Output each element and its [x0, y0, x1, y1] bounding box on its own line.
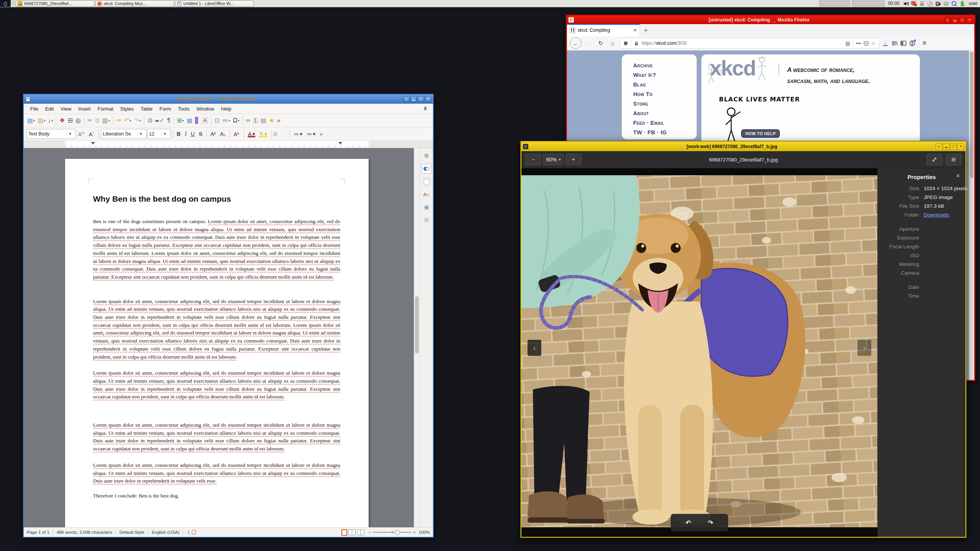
- page-actions-icon[interactable]: •••: [856, 41, 861, 46]
- clock[interactable]: 00:00: [888, 1, 900, 6]
- zoom-level-dropdown[interactable]: 90%▾: [543, 154, 564, 165]
- usb-device-icon[interactable]: [935, 0, 941, 7]
- menu-insert[interactable]: Insert: [75, 105, 94, 113]
- reader-mode-icon[interactable]: ▤: [845, 41, 850, 46]
- xkcd-nav-blag[interactable]: Blag: [633, 80, 697, 90]
- insert-field-button[interactable]: ≔▾: [221, 117, 231, 124]
- xkcd-nav-tw-fb-ig[interactable]: TW · FB · IG: [633, 128, 697, 137]
- paragraph-style-select[interactable]: Text Body▼: [26, 129, 76, 139]
- menu-format[interactable]: Format: [94, 105, 117, 113]
- volume-icon[interactable]: [903, 0, 909, 7]
- xkcd-nav-archive[interactable]: Archive: [633, 61, 697, 70]
- url-text[interactable]: https://xkcd.com/303/: [642, 41, 843, 46]
- selection-mode-icon[interactable]: Iˎ: [188, 530, 191, 535]
- xkcd-nav-store[interactable]: Store: [633, 99, 697, 109]
- zoom-out-button[interactable]: −: [525, 154, 541, 165]
- xkcd-nav-what-if?[interactable]: What If?: [633, 70, 697, 80]
- horizontal-ruler[interactable]: [24, 141, 433, 148]
- word-count[interactable]: 486 words, 3,098 characters: [57, 530, 112, 535]
- find-replace-button[interactable]: ⊙: [146, 117, 154, 124]
- bookmark-star-icon[interactable]: ☆: [871, 41, 876, 46]
- firefox-window-icon[interactable]: [568, 17, 574, 23]
- zoom-level[interactable]: 100%: [419, 530, 430, 535]
- sidebar-button[interactable]: [900, 40, 906, 46]
- right-indent-marker[interactable]: [338, 142, 342, 145]
- close-document-button[interactable]: X: [421, 106, 430, 111]
- menu-styles[interactable]: Styles: [117, 105, 137, 113]
- minimize-button[interactable]: ▂: [410, 96, 417, 103]
- qubes-app-menu-button[interactable]: Q: [0, 0, 11, 7]
- align-right-button[interactable]: [281, 132, 284, 135]
- spelling-button[interactable]: ab✓: [154, 117, 166, 124]
- highlight-color-button[interactable]: ✎▾: [257, 130, 269, 137]
- battery-icon[interactable]: [959, 0, 965, 7]
- forward-button[interactable]: →: [584, 40, 593, 47]
- unsaved-changes-icon[interactable]: ↓: [192, 530, 196, 535]
- dog-photo[interactable]: [521, 175, 877, 527]
- shade-button[interactable]: ▴: [944, 17, 951, 23]
- font-size-select[interactable]: 12▼: [147, 129, 171, 139]
- text-language[interactable]: English (USA): [152, 530, 179, 535]
- tab-xkcd[interactable]: xkcd: Compiling ✕: [567, 24, 640, 36]
- redo-button[interactable]: ↷▾: [133, 117, 142, 124]
- shade-button[interactable]: ▴: [403, 96, 410, 103]
- xkcd-logo[interactable]: xkcd: [710, 57, 756, 79]
- shade-button[interactable]: ▴: [936, 143, 942, 150]
- menu-file[interactable]: File: [27, 105, 42, 113]
- maximize-button[interactable]: ▢: [959, 17, 965, 23]
- cut-button[interactable]: ✂: [86, 117, 93, 124]
- previous-image-button[interactable]: ‹: [528, 340, 541, 356]
- left-indent-marker[interactable]: [91, 142, 95, 145]
- minimize-button[interactable]: ▂: [943, 143, 949, 150]
- reload-button[interactable]: ↻: [596, 40, 605, 47]
- taskbar-window-button[interactable]: xkcd: Compiling Moz...: [95, 0, 174, 7]
- close-button[interactable]: ✕: [957, 143, 964, 150]
- rotate-left-button[interactable]: ↶: [686, 519, 691, 527]
- new-tab-button[interactable]: ＋: [640, 24, 652, 36]
- menu-window[interactable]: Window: [193, 105, 217, 113]
- disk-icon[interactable]: [943, 0, 949, 7]
- toolbar-overflow-button[interactable]: »: [318, 130, 325, 137]
- zoom-slider-knob[interactable]: [395, 530, 400, 535]
- rotate-right-button[interactable]: ↷: [708, 519, 713, 527]
- firefox-titlebar[interactable]: [untrusted] xkcd: Compiling __ Mozilla F…: [567, 16, 974, 24]
- zoom-slider[interactable]: − +: [368, 530, 415, 535]
- taskbar-window-button[interactable]: 6968727080_29ecef8af...: [16, 0, 95, 7]
- close-button[interactable]: ✕: [425, 96, 431, 103]
- clear-formatting-button[interactable]: A◣: [232, 130, 242, 138]
- subscript-button[interactable]: A₂: [218, 130, 228, 137]
- save-button[interactable]: ↓▾: [47, 117, 54, 124]
- vm-network-icon[interactable]: [911, 0, 917, 7]
- property-value-link[interactable]: Downloads: [924, 212, 967, 218]
- new-style-button[interactable]: A+: [87, 130, 96, 138]
- document-scrollbar[interactable]: [414, 148, 420, 527]
- page-deck-button[interactable]: [422, 177, 431, 186]
- font-name-select[interactable]: Liberation Se▼: [101, 129, 147, 139]
- formatting-marks-button[interactable]: ¶: [166, 117, 172, 124]
- sidebar-settings-button[interactable]: ⚙: [422, 151, 431, 160]
- next-image-button[interactable]: ›: [858, 340, 871, 356]
- export-pdf-button[interactable]: ❖: [58, 117, 66, 124]
- paste-button[interactable]: ▥▾: [101, 117, 111, 124]
- home-button[interactable]: ⌂: [608, 40, 617, 47]
- italic-button[interactable]: I: [183, 130, 189, 137]
- menu-edit[interactable]: Edit: [42, 105, 57, 113]
- insert-image-button[interactable]: ▦: [185, 117, 193, 124]
- library-button[interactable]: [892, 40, 898, 46]
- justify-button[interactable]: [284, 132, 287, 135]
- insert-header-footer-button[interactable]: ▤: [259, 117, 267, 124]
- page-count[interactable]: Page 1 of 1: [27, 530, 49, 535]
- downloads-button[interactable]: ↓: [882, 41, 889, 46]
- book-view-button[interactable]: [357, 530, 364, 535]
- insert-chart-button[interactable]: ▋: [194, 117, 201, 124]
- copy-button[interactable]: ⧉: [94, 117, 100, 124]
- styles-deck-button[interactable]: A✎: [422, 190, 431, 199]
- scrollbar-thumb[interactable]: [415, 296, 419, 354]
- gallery-deck-button[interactable]: ▣: [422, 202, 431, 212]
- insert-page-number-button[interactable]: 1: [252, 117, 259, 124]
- tracking-protection-shield-icon[interactable]: [623, 41, 628, 46]
- qubes-manager-icon[interactable]: [951, 0, 957, 7]
- new-document-button[interactable]: ▤▾: [26, 117, 36, 124]
- maximize-button[interactable]: ▢: [418, 96, 424, 103]
- clipboard-icon[interactable]: [927, 0, 933, 7]
